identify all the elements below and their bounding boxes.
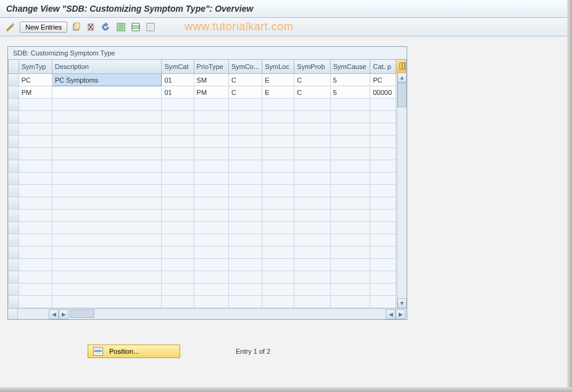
cell-symtyp[interactable]: [19, 173, 52, 185]
col-symcause[interactable]: SymCause: [330, 60, 370, 74]
cell-symprob[interactable]: [294, 259, 330, 271]
row-selector[interactable]: [9, 222, 19, 234]
cell-symcat[interactable]: [162, 111, 194, 123]
cell-symloc[interactable]: E: [262, 86, 294, 99]
cell-symtyp[interactable]: [19, 296, 52, 308]
cell-symcat[interactable]: [162, 148, 194, 160]
cell-symcause[interactable]: [330, 271, 370, 284]
cell-symco[interactable]: [228, 185, 262, 197]
cell-catp[interactable]: [370, 123, 396, 136]
cell-symcause[interactable]: [330, 148, 370, 160]
cell-description[interactable]: [52, 296, 161, 308]
cell-symloc[interactable]: [262, 222, 294, 234]
cell-symcat[interactable]: [162, 284, 194, 296]
cell-symcat[interactable]: 01: [162, 74, 194, 86]
table-row[interactable]: [9, 222, 407, 234]
table-row[interactable]: [9, 136, 407, 148]
cell-symloc[interactable]: [262, 296, 294, 308]
cell-catp[interactable]: [370, 271, 396, 284]
row-selector[interactable]: [9, 296, 19, 308]
cell-symcause[interactable]: [330, 123, 370, 136]
cell-catp[interactable]: [370, 173, 396, 185]
cell-symloc[interactable]: [262, 284, 294, 296]
cell-symtyp[interactable]: [19, 259, 52, 271]
cell-symco[interactable]: [228, 210, 262, 222]
cell-catp[interactable]: [370, 160, 396, 173]
cell-priotype[interactable]: [194, 123, 228, 136]
cell-description[interactable]: [52, 99, 161, 111]
cell-symloc[interactable]: [262, 148, 294, 160]
cell-symloc[interactable]: [262, 197, 294, 210]
cell-priotype[interactable]: SM: [194, 74, 228, 86]
cell-symcause[interactable]: [330, 99, 370, 111]
cell-symprob[interactable]: [294, 247, 330, 259]
hscroll-left-icon[interactable]: ◀: [49, 309, 59, 319]
cell-catp[interactable]: [370, 296, 396, 308]
cell-symloc[interactable]: [262, 185, 294, 197]
cell-priotype[interactable]: [194, 271, 228, 284]
delete-icon[interactable]: [86, 22, 97, 33]
cell-symprob[interactable]: [294, 296, 330, 308]
cell-catp[interactable]: PC: [370, 74, 396, 86]
table-row[interactable]: [9, 259, 407, 271]
row-selector[interactable]: [9, 284, 19, 296]
cell-catp[interactable]: [370, 111, 396, 123]
cell-symtyp[interactable]: [19, 247, 52, 259]
row-selector[interactable]: [9, 136, 19, 148]
hscroll-thumb[interactable]: [70, 309, 94, 318]
vscroll-thumb[interactable]: [397, 83, 407, 107]
table-row[interactable]: [9, 185, 407, 197]
horizontal-scrollbar[interactable]: ◀ ▶ ◀ ▶: [8, 308, 407, 319]
cell-symloc[interactable]: [262, 123, 294, 136]
table-row[interactable]: [9, 173, 407, 185]
cell-symcat[interactable]: [162, 296, 194, 308]
table-row[interactable]: [9, 123, 407, 136]
cell-catp[interactable]: [370, 136, 396, 148]
position-button[interactable]: Position...: [88, 345, 180, 358]
cell-symprob[interactable]: [294, 123, 330, 136]
undo-change-icon[interactable]: [101, 22, 112, 33]
cell-catp[interactable]: [370, 247, 396, 259]
cell-symcause[interactable]: 5: [330, 74, 370, 86]
cell-catp[interactable]: [370, 197, 396, 210]
cell-symco[interactable]: [228, 296, 262, 308]
cell-symco[interactable]: [228, 173, 262, 185]
cell-priotype[interactable]: [194, 160, 228, 173]
cell-symcat[interactable]: [162, 222, 194, 234]
cell-symcat[interactable]: [162, 234, 194, 247]
cell-symtyp[interactable]: [19, 185, 52, 197]
cell-symcat[interactable]: [162, 136, 194, 148]
cell-symcause[interactable]: [330, 185, 370, 197]
cell-priotype[interactable]: [194, 111, 228, 123]
cell-symcat[interactable]: [162, 210, 194, 222]
cell-symloc[interactable]: [262, 173, 294, 185]
cell-description[interactable]: [52, 148, 161, 160]
col-symprob[interactable]: SymProb: [294, 60, 330, 74]
cell-symco[interactable]: [228, 259, 262, 271]
row-selector[interactable]: [9, 197, 19, 210]
table-row[interactable]: [9, 210, 407, 222]
cell-priotype[interactable]: [194, 234, 228, 247]
vertical-scrollbar[interactable]: ▲ ▼: [397, 73, 407, 308]
cell-symloc[interactable]: [262, 136, 294, 148]
cell-description[interactable]: [52, 185, 161, 197]
cell-symcause[interactable]: [330, 111, 370, 123]
table-row[interactable]: [9, 111, 407, 123]
cell-symcause[interactable]: [330, 160, 370, 173]
col-catp[interactable]: Cat. p: [370, 60, 396, 74]
cell-priotype[interactable]: [194, 197, 228, 210]
cell-symcause[interactable]: [330, 210, 370, 222]
cell-symco[interactable]: [228, 271, 262, 284]
cell-symprob[interactable]: [294, 197, 330, 210]
cell-symcat[interactable]: [162, 123, 194, 136]
cell-symtyp[interactable]: [19, 136, 52, 148]
cell-symloc[interactable]: [262, 111, 294, 123]
cell-symtyp[interactable]: [19, 148, 52, 160]
cell-symco[interactable]: [228, 160, 262, 173]
select-block-icon[interactable]: [130, 22, 141, 33]
table-row[interactable]: [9, 197, 407, 210]
cell-priotype[interactable]: [194, 259, 228, 271]
cell-symco[interactable]: C: [228, 86, 262, 99]
cell-catp[interactable]: [370, 99, 396, 111]
cell-symtyp[interactable]: [19, 234, 52, 247]
